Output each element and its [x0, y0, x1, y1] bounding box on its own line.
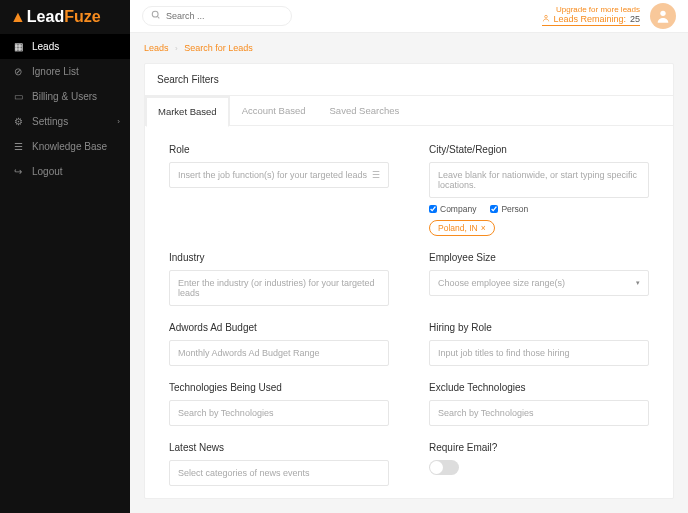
location-tag[interactable]: Poland, IN× [429, 220, 495, 236]
user-icon [542, 14, 550, 24]
company-checkbox[interactable]: Company [429, 204, 476, 214]
industry-label: Industry [169, 252, 389, 263]
book-icon: ☰ [10, 141, 26, 152]
ban-icon: ⊘ [10, 66, 26, 77]
search-wrap[interactable] [142, 6, 292, 26]
exclude-tech-input[interactable]: Search by Technologies [429, 400, 649, 426]
news-label: Latest News [169, 442, 389, 453]
svg-line-1 [157, 16, 159, 18]
adwords-label: Adwords Ad Budget [169, 322, 389, 333]
person-checkbox[interactable]: Person [490, 204, 528, 214]
grid-icon: ▦ [10, 41, 26, 52]
avatar[interactable] [650, 3, 676, 29]
sidebar-item-label: Billing & Users [32, 91, 97, 102]
breadcrumb-root[interactable]: Leads [144, 43, 169, 53]
location-input[interactable]: Leave blank for nationwide, or start typ… [429, 162, 649, 198]
logo: ▲LeadFuze [0, 0, 130, 34]
location-label: City/State/Region [429, 144, 649, 155]
sidebar-item-leads[interactable]: ▦ Leads [0, 34, 130, 59]
tech-label: Technologies Being Used [169, 382, 389, 393]
sidebar-item-label: Logout [32, 166, 63, 177]
search-icon [151, 10, 161, 22]
sidebar-item-ignore[interactable]: ⊘ Ignore List [0, 59, 130, 84]
hiring-input[interactable]: Input job titles to find those hiring [429, 340, 649, 366]
chevron-down-icon: ▾ [636, 279, 640, 287]
gear-icon: ⚙ [10, 116, 26, 127]
sidebar: ▲LeadFuze ▦ Leads ⊘ Ignore List ▭ Billin… [0, 0, 130, 513]
upgrade-link[interactable]: Upgrade for more leads [542, 5, 640, 14]
flame-icon: ▲ [10, 8, 26, 26]
card-icon: ▭ [10, 91, 26, 102]
hiring-label: Hiring by Role [429, 322, 649, 333]
role-label: Role [169, 144, 389, 155]
sidebar-item-kb[interactable]: ☰ Knowledge Base [0, 134, 130, 159]
topbar: Upgrade for more leads Leads Remaining: … [130, 0, 688, 33]
tabs: Market Based Account Based Saved Searche… [145, 96, 673, 126]
employee-select[interactable]: Choose employee size range(s) ▾ [429, 270, 649, 296]
main: Upgrade for more leads Leads Remaining: … [130, 0, 688, 513]
remaining-count: 25 [630, 14, 640, 24]
sidebar-item-label: Leads [32, 41, 59, 52]
require-email-toggle[interactable] [429, 460, 459, 475]
svg-point-2 [545, 16, 548, 19]
chevron-right-icon: › [175, 44, 178, 53]
news-input[interactable]: Select categories of news events [169, 460, 389, 486]
adwords-input[interactable]: Monthly Adwords Ad Budget Range [169, 340, 389, 366]
svg-point-0 [152, 11, 158, 17]
role-input[interactable]: Insert the job function(s) for your targ… [169, 162, 389, 188]
sidebar-item-label: Knowledge Base [32, 141, 107, 152]
close-icon[interactable]: × [481, 223, 486, 233]
sidebar-item-label: Settings [32, 116, 68, 127]
sidebar-item-settings[interactable]: ⚙ Settings › [0, 109, 130, 134]
leads-info: Upgrade for more leads Leads Remaining: … [542, 5, 640, 26]
email-label: Require Email? [429, 442, 649, 453]
tech-input[interactable]: Search by Technologies [169, 400, 389, 426]
logout-icon: ↪ [10, 166, 26, 177]
tab-saved-searches[interactable]: Saved Searches [318, 96, 412, 125]
tab-account-based[interactable]: Account Based [230, 96, 318, 125]
breadcrumb: Leads › Search for Leads [130, 33, 688, 63]
employee-label: Employee Size [429, 252, 649, 263]
content-panel: Search Filters Market Based Account Base… [144, 63, 674, 499]
sidebar-item-logout[interactable]: ↪ Logout [0, 159, 130, 184]
panel-title: Search Filters [145, 64, 673, 96]
sidebar-item-billing[interactable]: ▭ Billing & Users [0, 84, 130, 109]
breadcrumb-current: Search for Leads [184, 43, 253, 53]
sidebar-item-label: Ignore List [32, 66, 79, 77]
list-icon: ☰ [372, 170, 380, 180]
industry-input[interactable]: Enter the industry (or industries) for y… [169, 270, 389, 306]
exclude-tech-label: Exclude Technologies [429, 382, 649, 393]
tab-market-based[interactable]: Market Based [145, 96, 230, 126]
svg-point-3 [660, 11, 665, 16]
search-input[interactable] [166, 11, 283, 21]
chevron-right-icon: › [117, 117, 120, 126]
leads-remaining[interactable]: Leads Remaining: 25 [542, 14, 640, 26]
